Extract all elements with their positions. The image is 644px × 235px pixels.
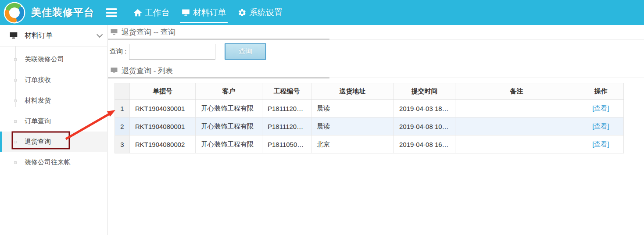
col-header-time: 提交时间 — [394, 83, 455, 100]
monitor-icon — [9, 31, 18, 40]
col-header-customer: 客户 — [196, 83, 262, 100]
table-row: 2 RKT1904080001 开心装饰工程有限 P1811120003 晨读 … — [115, 118, 624, 135]
nav-item-label: 材料订单 — [193, 7, 226, 18]
results-table-wrap: 单据号 客户 工程编号 送货地址 提交时间 备注 操作 1 RKT1904030… — [114, 83, 644, 153]
col-header-index — [115, 83, 130, 100]
brand-logo-icon — [4, 2, 25, 24]
app-title: 美佳装修平台 — [31, 6, 94, 19]
chevron-down-icon — [97, 32, 103, 38]
main-content: 退货查询 -- 查询 查询 : 查询 退货查询 - 列表 单据号 客户 工程编号 — [108, 25, 644, 235]
sidebar-item-label: 材料发货 — [25, 96, 51, 105]
bullet-icon — [14, 100, 17, 102]
sidebar-item-label: 关联装修公司 — [25, 55, 64, 64]
monitor-icon — [181, 8, 190, 17]
cell-project-no: P1811120003 — [262, 100, 311, 118]
bullet-icon — [14, 120, 17, 123]
sidebar-item-label: 装修公司往来帐 — [25, 158, 71, 167]
cell-customer: 开心装饰工程有限 — [196, 118, 262, 135]
sidebar-item-order-query[interactable]: 订单查询 — [0, 111, 107, 132]
sidebar-item-linked-companies[interactable]: 关联装修公司 — [0, 49, 107, 70]
cell-time: 2019-04-03 18:49 — [394, 100, 455, 118]
table-header-row: 单据号 客户 工程编号 送货地址 提交时间 备注 操作 — [115, 83, 624, 100]
sidebar-menu: 关联装修公司 订单接收 材料发货 订单查询 退货查询 装修公司往来帐 — [0, 46, 107, 173]
sidebar-item-label: 订单查询 — [25, 117, 51, 125]
bullet-icon — [14, 141, 17, 143]
cell-remark — [455, 118, 578, 135]
view-link[interactable]: [查看] — [592, 140, 609, 148]
cell-order-no: RKT1904080001 — [130, 118, 196, 135]
panel-title-text: 退货查询 - 列表 — [122, 66, 173, 76]
cell-remark — [455, 135, 578, 153]
cell-address: 晨读 — [311, 100, 394, 118]
cell-index: 3 — [115, 135, 130, 153]
cell-project-no: P1811120003 — [262, 118, 311, 135]
nav-item-system-settings[interactable]: 系统设置 — [232, 0, 288, 25]
query-input[interactable] — [129, 44, 215, 60]
col-header-action: 操作 — [578, 83, 624, 100]
results-table: 单据号 客户 工程编号 送货地址 提交时间 备注 操作 1 RKT1904030… — [114, 83, 624, 153]
bullet-icon — [14, 161, 17, 164]
col-header-order-no: 单据号 — [130, 83, 196, 100]
cell-remark — [455, 100, 578, 118]
sidebar-item-company-accounts[interactable]: 装修公司往来帐 — [0, 152, 107, 173]
nav-item-label: 工作台 — [145, 7, 170, 18]
cell-customer: 开心装饰工程有限 — [196, 135, 262, 153]
table-row: 1 RKT1904030001 开心装饰工程有限 P1811120003 晨读 … — [115, 100, 624, 118]
cell-address: 北京 — [311, 135, 394, 153]
cell-index: 2 — [115, 118, 130, 135]
cell-order-no: RKT1904080002 — [130, 135, 196, 153]
col-header-address: 送货地址 — [311, 83, 394, 100]
menu-toggle-icon[interactable] — [106, 7, 117, 19]
monitor-icon — [110, 28, 118, 36]
home-icon — [133, 8, 142, 17]
nav-item-workbench[interactable]: 工作台 — [128, 0, 175, 25]
sidebar-root-material-orders[interactable]: 材料订单 — [0, 25, 107, 46]
cell-time: 2019-04-08 16:02 — [394, 135, 455, 153]
sidebar-item-label: 订单接收 — [25, 76, 51, 84]
sidebar-item-order-receive[interactable]: 订单接收 — [0, 70, 107, 90]
top-bar: 美佳装修平台 工作台 材料订单 系统设置 — [0, 0, 644, 25]
cell-project-no: P1811050003 — [262, 135, 311, 153]
col-header-project-no: 工程编号 — [262, 83, 311, 100]
view-link[interactable]: [查看] — [592, 122, 609, 130]
query-button[interactable]: 查询 — [225, 43, 266, 60]
monitor-icon — [110, 67, 118, 75]
bullet-icon — [14, 58, 17, 61]
view-link[interactable]: [查看] — [592, 104, 609, 112]
top-nav: 工作台 材料订单 系统设置 — [128, 0, 288, 25]
panel-title-text: 退货查询 -- 查询 — [122, 27, 175, 37]
cell-index: 1 — [115, 100, 130, 118]
sidebar-item-material-shipping[interactable]: 材料发货 — [0, 90, 107, 111]
nav-item-label: 系统设置 — [249, 7, 283, 18]
cell-address: 晨读 — [311, 118, 394, 135]
list-panel-title: 退货查询 - 列表 — [108, 64, 644, 78]
table-row: 3 RKT1904080002 开心装饰工程有限 P1811050003 北京 … — [115, 135, 624, 153]
gear-icon — [238, 8, 247, 17]
query-panel-title: 退货查询 -- 查询 — [108, 25, 644, 39]
query-label: 查询 : — [110, 47, 126, 56]
cell-customer: 开心装饰工程有限 — [196, 100, 262, 118]
cell-order-no: RKT1904030001 — [130, 100, 196, 118]
col-header-remark: 备注 — [455, 83, 578, 100]
query-form: 查询 : 查询 — [108, 39, 644, 64]
sidebar-item-return-query[interactable]: 退货查询 — [0, 132, 107, 152]
sidebar: 材料订单 关联装修公司 订单接收 材料发货 订单查询 退货查询 装修公司往来帐 — [0, 25, 107, 235]
cell-time: 2019-04-08 10:00 — [394, 118, 455, 135]
sidebar-item-label: 退货查询 — [25, 138, 51, 146]
nav-item-material-orders[interactable]: 材料订单 — [175, 0, 232, 25]
bullet-icon — [14, 79, 17, 82]
sidebar-root-label: 材料订单 — [25, 31, 53, 40]
